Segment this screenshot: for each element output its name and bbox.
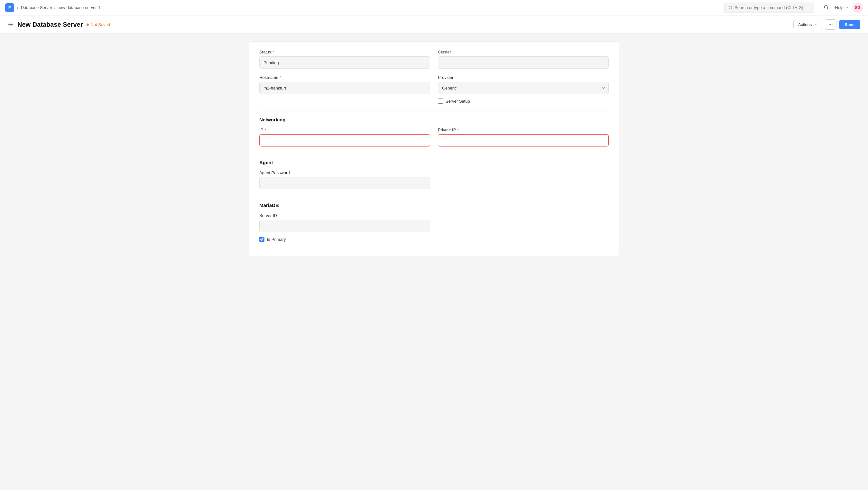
- provider-select-wrapper: Generic: [438, 82, 609, 94]
- provider-label: Provider: [438, 75, 609, 80]
- networking-title: Networking: [259, 117, 609, 122]
- not-saved-dot: [87, 24, 89, 26]
- search-bar[interactable]: [724, 3, 814, 13]
- mariadb-title: MariaDB: [259, 202, 609, 208]
- main-content: Status * Cluster Hostname * Provider: [241, 34, 627, 264]
- server-setup-row: Server Setup: [438, 98, 609, 104]
- private-ip-label: Private IP *: [438, 127, 609, 132]
- cluster-input[interactable]: [438, 56, 609, 68]
- search-icon: [728, 5, 733, 10]
- menu-toggle[interactable]: [8, 22, 13, 27]
- server-id-group: Server ID Is Primary: [259, 213, 430, 242]
- private-ip-input[interactable]: [438, 134, 609, 146]
- header-actions: Actions ··· Save: [793, 19, 860, 30]
- hostname-label: Hostname *: [259, 75, 430, 80]
- server-id-input[interactable]: [259, 220, 430, 232]
- app-logo: F: [5, 3, 14, 12]
- status-group: Status *: [259, 50, 430, 68]
- status-input[interactable]: [259, 56, 430, 68]
- agent-password-row: Agent Password: [259, 170, 609, 189]
- more-options-button[interactable]: ···: [825, 19, 836, 30]
- actions-button[interactable]: Actions: [793, 20, 823, 29]
- search-input[interactable]: [735, 5, 810, 10]
- not-saved-badge: Not Saved: [87, 22, 110, 27]
- svg-point-0: [729, 6, 732, 9]
- help-button[interactable]: Help: [835, 5, 849, 10]
- agent-title: Agent: [259, 160, 609, 165]
- server-setup-checkbox[interactable]: [438, 98, 443, 104]
- networking-section: Networking IP * Private IP *: [259, 117, 609, 146]
- ip-label: IP *: [259, 127, 430, 132]
- is-primary-row: Is Primary: [259, 237, 430, 242]
- server-id-row: Server ID Is Primary: [259, 213, 609, 242]
- agent-password-input[interactable]: [259, 177, 430, 189]
- provider-group: Provider Generic Server Setup: [438, 75, 609, 104]
- ip-row: IP * Private IP *: [259, 127, 609, 146]
- hostname-required: *: [280, 75, 281, 80]
- ip-input[interactable]: [259, 134, 430, 146]
- agent-section: Agent Agent Password: [259, 160, 609, 189]
- mariadb-section: MariaDB Server ID Is Primary: [259, 202, 609, 242]
- breadcrumb-database-server[interactable]: Database Server: [21, 5, 53, 10]
- ip-required: *: [265, 127, 266, 132]
- private-ip-group: Private IP *: [438, 127, 609, 146]
- breadcrumb-separator-1: ›: [17, 5, 18, 10]
- hostname-provider-row: Hostname * Provider Generic Server Setup: [259, 75, 609, 104]
- topnav-right-actions: Help SG: [821, 3, 863, 13]
- avatar[interactable]: SG: [852, 3, 863, 13]
- server-id-label: Server ID: [259, 213, 430, 218]
- agent-password-label: Agent Password: [259, 170, 430, 175]
- page-title: New Database Server: [18, 21, 83, 28]
- provider-select[interactable]: Generic: [438, 82, 609, 94]
- hostname-input[interactable]: [259, 82, 430, 94]
- networking-divider: [259, 110, 609, 110]
- page-header: New Database Server Not Saved Actions ··…: [0, 16, 868, 34]
- breadcrumb-new-server[interactable]: new-database-server-1: [58, 5, 101, 10]
- agent-password-group: Agent Password: [259, 170, 430, 189]
- notifications-icon[interactable]: [821, 3, 831, 13]
- status-label: Status *: [259, 50, 430, 54]
- status-cluster-row: Status * Cluster: [259, 50, 609, 68]
- hostname-group: Hostname *: [259, 75, 430, 104]
- breadcrumb: Database Server › new-database-server-1: [21, 5, 101, 10]
- save-button[interactable]: Save: [839, 20, 860, 29]
- chevron-down-icon: [814, 23, 817, 26]
- private-ip-required: *: [457, 127, 459, 132]
- is-primary-checkbox[interactable]: [259, 237, 265, 242]
- chevron-down-icon: [845, 6, 849, 10]
- form-card: Status * Cluster Hostname * Provider: [249, 41, 619, 256]
- status-required: *: [273, 50, 274, 54]
- server-setup-label[interactable]: Server Setup: [445, 99, 470, 104]
- top-navigation: F › Database Server › new-database-serve…: [0, 0, 868, 16]
- is-primary-label[interactable]: Is Primary: [267, 237, 286, 242]
- cluster-group: Cluster: [438, 50, 609, 68]
- mariadb-divider: [259, 196, 609, 196]
- ip-group: IP *: [259, 127, 430, 146]
- cluster-label: Cluster: [438, 50, 609, 54]
- agent-divider: [259, 153, 609, 153]
